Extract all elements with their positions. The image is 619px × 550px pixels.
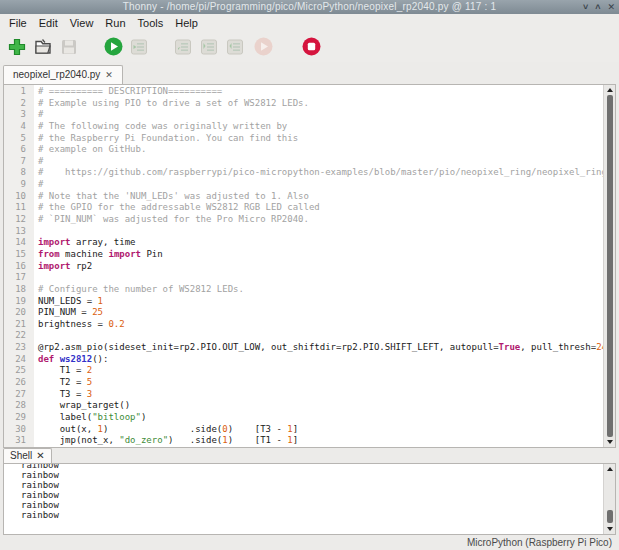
shell-output[interactable]: rainbowrainbowrainbowrainbowrainbowrainb… [3,463,616,535]
tab-label: neopixel_rp2040.py [13,69,100,80]
code-text: label("bitloop") [34,412,146,424]
code-line[interactable]: 19NUM_LEDS = 1 [4,296,615,308]
line-number: 26 [4,377,34,389]
green-play-icon [103,36,124,57]
code-text: # the Raspberry Pi Foundation. You can f… [34,133,298,145]
shell-scroll-down-arrow-icon[interactable] [604,524,616,534]
code-line[interactable]: 18# Configure the number of WS2812 LEDs. [4,284,615,296]
code-line[interactable]: 31 jmp(not_x, "do_zero") .side(1) [T1 - … [4,435,615,447]
shell-tab-close-icon[interactable]: ✕ [36,450,44,461]
code-line[interactable]: 3# [4,109,615,121]
window-controls: ˅ ˄ ✕ [583,0,615,14]
code-line[interactable]: 8# https://github.com/raspberrypi/pico-m… [4,167,615,179]
code-line[interactable]: 16import rp2 [4,261,615,273]
code-line[interactable]: 26 T2 = 5 [4,377,615,389]
close-window-icon[interactable]: ✕ [607,0,615,14]
code-line[interactable]: 6# example on GitHub. [4,144,615,156]
editor-scrollbar-thumb[interactable] [607,95,613,437]
code-line[interactable]: 1# ========== DESCRIPTION========== [4,86,615,98]
code-line[interactable]: 9# [4,179,615,191]
code-text: def ws2812(): [34,354,108,366]
line-number: 6 [4,144,34,156]
floppy-disk-icon [59,37,79,57]
line-number: 13 [4,226,34,238]
shell-line: rainbow [4,500,615,510]
code-line[interactable]: 27 T3 = 3 [4,389,615,401]
code-line[interactable]: 28 wrap_target() [4,400,615,412]
code-text: # [34,156,43,168]
code-line[interactable]: 24def ws2812(): [4,354,615,366]
menu-edit[interactable]: Edit [33,16,64,30]
code-line[interactable]: 7# [4,156,615,168]
code-line[interactable]: 17 [4,272,615,284]
code-line[interactable]: 23@rp2.asm_pio(sideset_init=rp2.PIO.OUT_… [4,342,615,354]
code-line[interactable]: 5# the Raspberry Pi Foundation. You can … [4,133,615,145]
load-script-button[interactable] [32,36,54,58]
code-line[interactable]: 20PIN_NUM = 25 [4,307,615,319]
code-line[interactable]: 13 [4,226,615,238]
menu-file[interactable]: File [3,16,33,30]
code-text: # The following code was originally writ… [34,121,287,133]
scroll-down-arrow-icon[interactable] [604,437,616,447]
step-over-icon [173,37,193,57]
menu-run[interactable]: Run [99,16,131,30]
code-text: brightness = 0.2 [34,319,125,331]
code-line[interactable]: 10# Note that the 'NUM_LEDs' was adjuste… [4,191,615,203]
tab-shell[interactable]: Shell ✕ [3,448,52,463]
save-script-button[interactable] [58,36,80,58]
code-line[interactable]: 15from machine import Pin [4,249,615,261]
line-number: 18 [4,284,34,296]
scroll-up-arrow-icon[interactable] [604,85,616,95]
tab-neopixel-rp2040[interactable]: neopixel_rp2040.py ✕ [3,65,123,84]
code-text: # ========== DESCRIPTION========== [34,86,222,98]
code-line[interactable]: 29 label("bitloop") [4,412,615,424]
step-into-icon [199,37,219,57]
editor-vertical-scrollbar[interactable] [603,85,615,447]
stop-restart-button[interactable] [300,36,322,58]
code-line[interactable]: 30 out(x, 1) .side(0) [T3 - 1] [4,424,615,436]
shell-scrollbar-thumb[interactable] [607,510,613,523]
code-editor[interactable]: 1# ========== DESCRIPTION==========2# Ex… [3,84,616,448]
interpreter-selector[interactable]: MicroPython (Raspberry Pi Pico) [467,537,612,548]
code-line[interactable]: 22 [4,330,615,342]
code-line[interactable]: 21brightness = 0.2 [4,319,615,331]
line-number: 17 [4,272,34,284]
line-number: 22 [4,330,34,342]
resume-button[interactable] [252,36,274,58]
line-number: 7 [4,156,34,168]
tab-close-icon[interactable]: ✕ [105,70,113,80]
code-line[interactable]: 4# The following code was originally wri… [4,121,615,133]
menu-help[interactable]: Help [169,16,204,30]
menubar: File Edit View Run Tools Help [0,14,619,31]
code-text: import array, time [34,237,136,249]
code-text: jmp(not_x, "do_zero") .side(1) [T1 - 1] [34,435,298,447]
maximize-window-icon[interactable]: ˄ [595,0,600,14]
step-out-button[interactable] [224,36,246,58]
code-line[interactable]: 14import array, time [4,237,615,249]
menu-view[interactable]: View [64,16,100,30]
open-folder-icon [33,37,53,57]
code-text [34,330,43,342]
line-number: 21 [4,319,34,331]
code-line[interactable]: 2# Example using PIO to drive a set of W… [4,98,615,110]
toolbar [0,31,619,62]
shade-window-icon[interactable]: ˅ [583,0,588,14]
run-current-script-button[interactable] [102,36,124,58]
code-text: wrap_target() [34,400,130,412]
new-script-button[interactable] [6,36,28,58]
shell-line: rainbow [4,480,615,490]
code-line[interactable]: 11# the GPIO for the addressable WS2812 … [4,202,615,214]
line-number: 30 [4,424,34,436]
line-number: 4 [4,121,34,133]
code-line[interactable]: 12# `PIN_NUM` was adjusted for the Pro M… [4,214,615,226]
step-into-button[interactable] [198,36,220,58]
line-number: 15 [4,249,34,261]
line-number: 12 [4,214,34,226]
menu-tools[interactable]: Tools [132,16,170,30]
code-line[interactable]: 25 T1 = 2 [4,365,615,377]
shell-scroll-up-arrow-icon[interactable] [604,464,616,474]
debug-current-script-button[interactable] [128,36,150,58]
shell-vertical-scrollbar[interactable] [603,464,615,534]
code-lines[interactable]: 1# ========== DESCRIPTION==========2# Ex… [4,86,615,447]
step-over-button[interactable] [172,36,194,58]
